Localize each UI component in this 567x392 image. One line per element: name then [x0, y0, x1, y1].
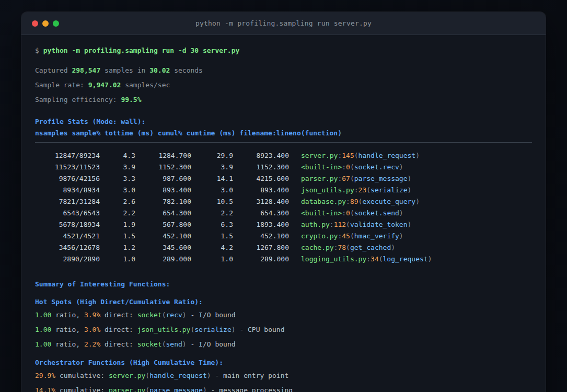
module-name: socket	[137, 340, 162, 348]
note-text: - main entry point	[215, 372, 288, 379]
colon: :	[354, 186, 358, 194]
cumtime-value: 654.300	[233, 207, 289, 219]
file-name: json_utils.py	[301, 186, 354, 194]
traffic-lights	[32, 20, 59, 27]
profile-table-row: 11523/115233.91152.3003.91152.300<built-…	[35, 162, 532, 173]
efficiency-line: Sampling efficiency: 99.5%	[35, 94, 532, 106]
window-title: python -m profiling.sampling run server.…	[21, 19, 546, 27]
function-name: get_cached	[350, 244, 391, 251]
seconds-label: seconds	[174, 66, 203, 74]
profile-table-row: 2890/28901.0289.0001.0289.000logging_uti…	[35, 253, 532, 265]
profile-table-row: 7821/312842.6782.10010.53128.400database…	[35, 196, 532, 207]
sample-pct-value: 3.3	[100, 173, 135, 185]
module-name: socket	[137, 311, 162, 319]
cumul-pct-value: 29.9	[191, 150, 233, 162]
line-number: 145	[342, 152, 354, 159]
cumtime-value: 893.400	[233, 185, 289, 196]
nsamples-value: 7821/31284	[35, 196, 100, 207]
hot-spots-list: 1.00 ratio, 3.9% direct: socket(recv) - …	[35, 309, 532, 350]
close-paren: )	[399, 209, 403, 217]
close-paren: )	[232, 326, 236, 333]
cumul-pct-value: 2.2	[191, 207, 233, 219]
cumtime-value: 3128.400	[233, 196, 289, 207]
cumtime-value: 1267.800	[233, 242, 289, 253]
nsamples-value: 8934/8934	[35, 185, 100, 196]
function-location: server.py:145(handle_request)	[301, 152, 420, 159]
ratio-value: 1.00	[35, 326, 51, 333]
rate-label: Sample rate:	[35, 81, 84, 89]
orchestrator-row: 29.9% cumulative: server.py(handle_reque…	[35, 370, 532, 382]
nsamples-value: 3456/12678	[35, 242, 100, 253]
cumulative-label: cumulative:	[60, 386, 105, 392]
colon: :	[346, 198, 350, 205]
nsamples-value: 9876/42156	[35, 173, 100, 185]
line-number: 23	[358, 186, 367, 194]
colon: :	[342, 163, 346, 171]
cumulative-pct-value: 14.1%	[35, 386, 55, 392]
module-name: server.py	[109, 372, 145, 379]
close-paren: )	[428, 255, 432, 263]
function-name: parse_message	[149, 386, 203, 392]
hot-spot-row: 1.00 ratio, 3.9% direct: socket(recv) - …	[35, 309, 532, 321]
close-paren: )	[399, 163, 403, 171]
tottime-value: 452.100	[135, 230, 191, 242]
cumul-pct-value: 6.3	[191, 219, 233, 230]
function-name: serialize	[371, 186, 407, 194]
line-number: 112	[334, 221, 346, 228]
colon: :	[366, 255, 371, 263]
cumul-pct-value: 14.1	[191, 173, 233, 185]
duration-value: 30.02	[149, 66, 170, 74]
direct-label: direct:	[105, 311, 133, 319]
close-button[interactable]	[32, 20, 38, 27]
colon: :	[342, 209, 346, 217]
nsamples-value: 11523/11523	[35, 162, 100, 173]
function-location: auth.py:112(validate_token)	[301, 221, 411, 228]
profile-stats-heading: Profile Stats (Mode: wall):	[35, 116, 532, 128]
function-location: <built-in>:0(socket.send)	[301, 209, 403, 217]
tottime-value: 893.400	[135, 185, 191, 196]
minimize-button[interactable]	[42, 20, 49, 27]
cumtime-value: 1152.300	[233, 162, 289, 173]
open-paren: (	[354, 152, 358, 159]
sample-pct-value: 1.5	[100, 230, 135, 242]
function-location: logging_utils.py:34(log_request)	[301, 255, 432, 263]
terminal-window: python -m profiling.sampling run server.…	[21, 11, 546, 392]
command-text: python -m profiling.sampling run -d 30 s…	[43, 47, 240, 54]
open-paren: (	[346, 221, 350, 228]
hot-spot-row: 1.00 ratio, 2.2% direct: socket(send) - …	[35, 339, 532, 350]
direct-pct-value: 3.9%	[84, 311, 100, 319]
function-location: cache.py:78(get_cached)	[301, 244, 395, 251]
open-paren: (	[379, 255, 383, 263]
nsamples-value: 5678/18934	[35, 219, 100, 230]
sample-pct-value: 4.3	[100, 150, 135, 162]
tottime-value: 1284.700	[135, 150, 191, 162]
function-name: hmac_verify	[354, 232, 399, 240]
colon: :	[330, 221, 334, 228]
profile-table-row: 4521/45211.5452.1001.5452.100crypto.py:4…	[35, 230, 532, 242]
profile-table-row: 3456/126781.2345.6004.21267.800cache.py:…	[35, 242, 532, 253]
file-name: logging_utils.py	[301, 255, 366, 263]
open-paren: (	[346, 244, 350, 251]
function-name: serialize	[194, 326, 231, 333]
maximize-button[interactable]	[53, 20, 59, 27]
direct-pct-value: 3.0%	[84, 326, 100, 333]
file-name: <built-in>	[301, 163, 342, 171]
rate-value: 9,947.02	[88, 81, 121, 89]
command-line: $ python -m profiling.sampling run -d 30…	[35, 45, 532, 56]
cumtime-value: 1893.400	[233, 219, 289, 230]
close-paren: )	[182, 340, 187, 348]
module-name: json_utils.py	[137, 326, 191, 333]
open-paren: (	[145, 386, 149, 392]
orchestrator-heading: Orchestrator Functions (High Cumulative …	[35, 357, 532, 368]
sample-pct-value: 1.0	[100, 253, 135, 265]
function-name: handle_request	[149, 372, 207, 379]
close-paren: )	[415, 152, 420, 159]
summary-heading: Summary of Interesting Functions:	[35, 279, 532, 290]
file-name: <built-in>	[301, 209, 342, 217]
titlebar: python -m profiling.sampling run server.…	[21, 12, 546, 35]
hot-spot-row: 1.00 ratio, 3.0% direct: json_utils.py(s…	[35, 324, 532, 336]
file-name: database.py	[301, 198, 346, 205]
direct-label: direct:	[105, 326, 133, 333]
line-number: 0	[346, 209, 350, 217]
function-location: <built-in>:0(socket.recv)	[301, 163, 403, 171]
